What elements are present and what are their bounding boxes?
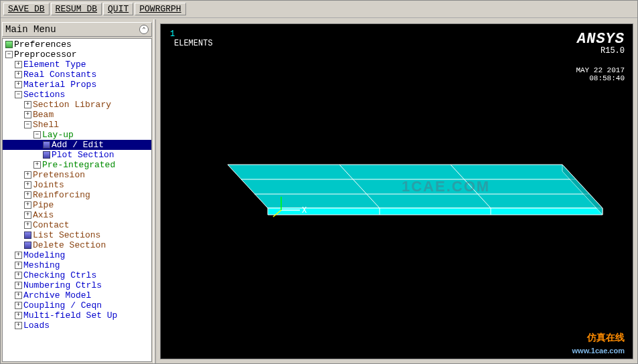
tree-label: Meshing	[23, 260, 60, 270]
plot-date: MAY 22 2017	[576, 66, 625, 74]
tree-item-meshing[interactable]: +Meshing	[3, 260, 151, 270]
top-toolbar: SAVE_DB RESUM_DB QUIT POWRGRPH	[1, 1, 637, 18]
tree-item-modeling[interactable]: +Modeling	[3, 250, 151, 260]
expand-icon[interactable]: +	[15, 322, 22, 329]
tree-label: Real Constants	[23, 70, 96, 80]
expand-icon[interactable]: +	[15, 71, 22, 78]
tree-label: Section Library	[33, 100, 111, 110]
brand-block: ANSYS R15.0 MAY 22 2017 08:58:40	[576, 31, 625, 82]
tree-header: Main Menu ⌃	[2, 22, 152, 37]
tree-item-element-type[interactable]: +Element Type	[3, 60, 151, 70]
tree-item-preferences[interactable]: Preferences	[3, 39, 151, 50]
tree-label: Axis	[33, 210, 54, 220]
tree-item-section-library[interactable]: +Section Library	[3, 100, 151, 110]
collapse-icon[interactable]: −	[15, 91, 22, 98]
viewport-number: 1	[170, 29, 175, 39]
tree-item-plot-section[interactable]: Plot Section	[3, 150, 151, 160]
shell-elements-plot: X	[187, 158, 616, 265]
expand-icon[interactable]: +	[24, 221, 31, 229]
brand-version: R15.0	[576, 46, 625, 56]
tree-label: Pretension	[33, 170, 85, 180]
tree-title: Main Menu	[5, 24, 56, 35]
leaf-icon	[43, 151, 50, 159]
tree-label: Reinforcing	[33, 190, 90, 200]
tree-item-sections[interactable]: −Sections	[3, 90, 151, 100]
resum-db-button[interactable]: RESUM_DB	[51, 3, 102, 15]
expand-icon[interactable]: +	[24, 211, 31, 219]
tree-label: List Sections	[33, 230, 100, 240]
collapse-icon[interactable]: −	[24, 121, 31, 128]
expand-icon[interactable]: +	[15, 61, 22, 68]
tree-label: Modeling	[23, 250, 65, 260]
expand-icon[interactable]: +	[33, 161, 41, 169]
tree-item-multi-field-set-up[interactable]: +Multi-field Set Up	[3, 310, 151, 321]
tree-item-material-props[interactable]: +Material Props	[3, 80, 151, 90]
expand-icon[interactable]: +	[15, 252, 22, 259]
tree-label: Preprocessor	[14, 50, 77, 60]
axis-x-label: X	[302, 206, 307, 215]
tree-item-checking-ctrls[interactable]: +Checking Ctrls	[3, 270, 151, 280]
watermark-center: 1CAE.COM	[402, 178, 490, 195]
expand-icon[interactable]: +	[24, 191, 31, 199]
collapse-icon[interactable]: −	[5, 51, 13, 58]
expand-icon[interactable]: +	[15, 302, 22, 309]
tree-item-pretension[interactable]: +Pretension	[3, 170, 151, 180]
tree-label: Material Props	[23, 80, 96, 90]
tree-label: Lay-up	[42, 130, 74, 140]
tree-label: Add / Edit	[52, 140, 104, 150]
tree-item-reinforcing[interactable]: +Reinforcing	[3, 190, 151, 200]
expand-icon[interactable]: +	[15, 282, 22, 289]
tree-item-delete-section[interactable]: Delete Section	[3, 240, 151, 250]
save-db-button[interactable]: SAVE_DB	[3, 3, 50, 15]
expand-icon[interactable]: +	[24, 101, 31, 108]
tree-label: Element Type	[23, 60, 86, 70]
tree-item-add-edit[interactable]: Add / Edit	[3, 140, 151, 150]
tree-label: Preferences	[14, 39, 72, 50]
quit-button[interactable]: QUIT	[103, 3, 133, 15]
expand-icon[interactable]: +	[24, 111, 31, 118]
tree-item-pre-integrated[interactable]: +Pre-integrated	[3, 160, 151, 170]
tree-item-shell[interactable]: −Shell	[3, 120, 151, 130]
watermark-url: www.1cae.com	[572, 347, 625, 355]
tree-label: Plot Section	[52, 150, 114, 160]
tree-label: Checking Ctrls	[23, 270, 96, 280]
tree-item-real-constants[interactable]: +Real Constants	[3, 70, 151, 80]
tree-item-axis[interactable]: +Axis	[3, 210, 151, 220]
tree-label: Joints	[33, 180, 64, 190]
leaf-icon	[43, 141, 50, 149]
tree-item-list-sections[interactable]: List Sections	[3, 230, 151, 240]
expand-icon[interactable]: +	[24, 201, 31, 209]
tree-label: Beam	[33, 110, 54, 120]
main-menu-tree[interactable]: Preferences−Preprocessor+Element Type+Re…	[2, 38, 152, 362]
tree-label: Pipe	[33, 200, 54, 210]
collapse-panel-icon[interactable]: ⌃	[139, 25, 149, 34]
tree-item-joints[interactable]: +Joints	[3, 180, 151, 190]
tree-item-preprocessor[interactable]: −Preprocessor	[3, 50, 151, 60]
tree-label: Loads	[23, 321, 50, 331]
expand-icon[interactable]: +	[15, 272, 22, 279]
brand-name: ANSYS	[576, 31, 625, 48]
svg-marker-5	[268, 208, 603, 215]
collapse-icon[interactable]: −	[33, 131, 41, 139]
tree-item-beam[interactable]: +Beam	[3, 110, 151, 120]
expand-icon[interactable]: +	[15, 292, 22, 299]
tree-label: Shell	[33, 120, 59, 130]
graphics-viewport[interactable]: 1 ELEMENTS ANSYS R15.0 MAY 22 2017 08:58…	[160, 23, 633, 359]
powrgrph-button[interactable]: POWRGRPH	[135, 3, 185, 15]
expand-icon[interactable]: +	[24, 171, 31, 179]
tree-item-coupling-ceqn[interactable]: +Coupling / Ceqn	[3, 300, 151, 310]
expand-icon[interactable]: +	[15, 81, 22, 88]
tree-label: Multi-field Set Up	[23, 310, 117, 321]
expand-icon[interactable]: +	[24, 181, 31, 189]
tree-item-lay-up[interactable]: −Lay-up	[3, 130, 151, 140]
tree-item-numbering-ctrls[interactable]: +Numbering Ctrls	[3, 280, 151, 290]
tree-label: Contact	[33, 220, 70, 230]
tree-item-loads[interactable]: +Loads	[3, 321, 151, 331]
tree-item-pipe[interactable]: +Pipe	[3, 200, 151, 210]
expand-icon[interactable]: +	[15, 262, 22, 269]
tree-item-archive-model[interactable]: +Archive Model	[3, 290, 151, 300]
viewport-container: 1 ELEMENTS ANSYS R15.0 MAY 22 2017 08:58…	[156, 19, 637, 363]
tree-label: Pre-integrated	[42, 160, 115, 170]
tree-item-contact[interactable]: +Contact	[3, 220, 151, 230]
expand-icon[interactable]: +	[15, 312, 22, 319]
